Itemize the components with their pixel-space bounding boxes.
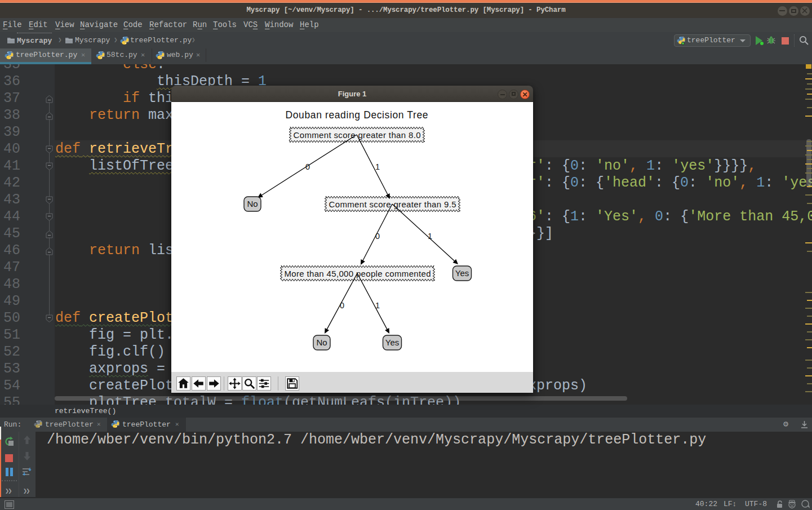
svg-text:0: 0 [340,301,344,310]
svg-text:1: 1 [375,301,380,310]
svg-text:0: 0 [375,232,380,241]
svg-text:Yes: Yes [455,268,469,278]
svg-text:Yes: Yes [385,338,399,347]
svg-text:No: No [247,199,258,209]
svg-text:1: 1 [428,232,432,241]
svg-text:1: 1 [375,162,380,171]
svg-text:0: 0 [305,162,310,171]
svg-text:No: No [316,338,327,347]
svg-text:Douban reading Decision Tree: Douban reading Decision Tree [286,109,428,121]
